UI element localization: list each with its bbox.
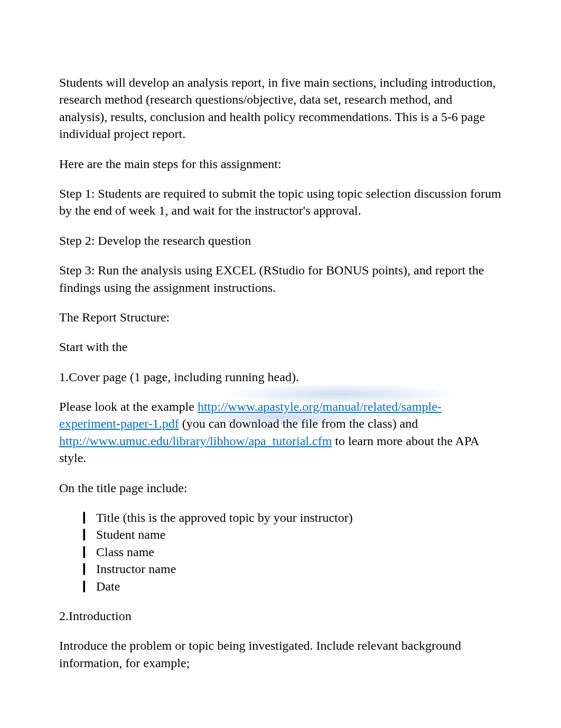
section-label: Introduction: [69, 609, 132, 623]
paragraph-overview: Students will develop an analysis report…: [59, 74, 502, 143]
umuc-apa-tutorial-link[interactable]: http://www.umuc.edu/library/libhow/apa_t…: [59, 434, 332, 448]
list-item: Class name: [79, 543, 502, 560]
step-1: Step 1: Students are required to submit …: [59, 185, 502, 219]
list-item: Title (this is the approved topic by you…: [79, 509, 502, 526]
text: Please look at the example: [59, 400, 198, 413]
section-cover-page: 1.Cover page (1 page, including running …: [59, 368, 502, 385]
section-number: 2.: [59, 609, 69, 623]
title-page-list: Title (this is the approved topic by you…: [59, 509, 502, 595]
section-rest: (1 page, including running head).: [127, 370, 299, 384]
section-label: Cover page: [69, 370, 127, 384]
section-number: 1.: [59, 370, 69, 384]
text: (you can download the file from the clas…: [179, 417, 418, 430]
list-item: Date: [79, 578, 502, 595]
start-with: Start with the: [59, 338, 502, 355]
list-item: Instructor name: [79, 560, 502, 577]
section-introduction: 2.Introduction: [59, 607, 502, 624]
introduction-paragraph: Introduce the problem or topic being inv…: [59, 637, 502, 671]
text: health policy recommendations: [230, 110, 389, 124]
step-3: Step 3: Run the analysis using EXCEL (RS…: [59, 262, 502, 296]
document-page: Students will develop an analysis report…: [0, 0, 561, 711]
on-title-page: On the title page include:: [59, 480, 502, 496]
list-item: Student name: [79, 526, 502, 543]
paragraph-main-steps: Here are the main steps for this assignm…: [59, 155, 502, 172]
report-structure-heading: The Report Structure:: [59, 309, 502, 326]
step-2: Step 2: Develop the research question: [59, 232, 502, 249]
text: Students will develop an analysis report…: [59, 76, 496, 89]
please-look-paragraph: Please look at the example http://www.ap…: [59, 398, 502, 467]
